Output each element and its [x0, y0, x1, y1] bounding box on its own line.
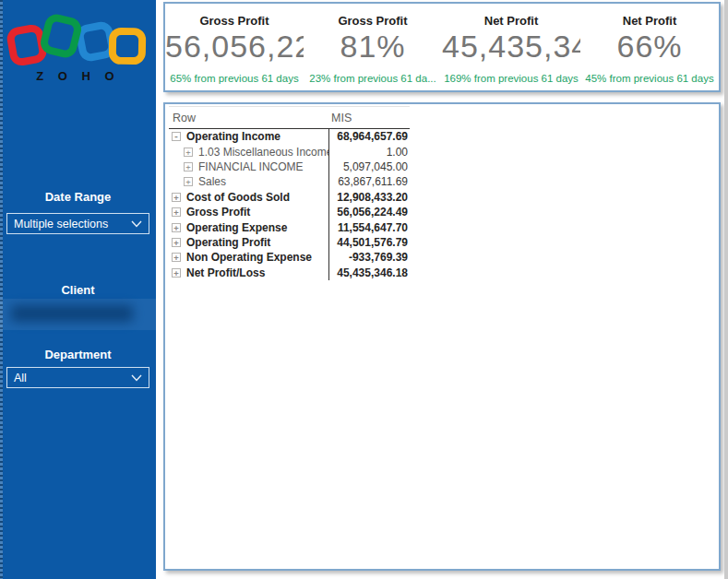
expand-collapse-icon[interactable]: -: [172, 132, 181, 141]
kpi-card: Net Profit 66% 45% from previous 61 days: [580, 4, 719, 90]
matrix-panel: Row MIS - Operating Income 68,964,657.69…: [163, 102, 721, 571]
row-label: Operating Expense: [186, 221, 287, 234]
matrix-body: - Operating Income 68,964,657.69 + 1.03 …: [169, 129, 410, 280]
matrix: Row MIS - Operating Income 68,964,657.69…: [169, 106, 410, 280]
kpi-card: Gross Profit 81% 23% from previous 61 da…: [304, 4, 442, 90]
kpi-title: Net Profit: [442, 14, 580, 28]
row-label: FINANCIAL INCOME: [198, 160, 304, 173]
kpi-card: Gross Profit 56,056,224 65% from previou…: [165, 4, 304, 90]
row-value: 63,867,611.69: [329, 175, 410, 188]
row-label-cell: + FINANCIAL INCOME: [169, 160, 329, 174]
expand-collapse-icon[interactable]: +: [172, 268, 181, 278]
client-dropdown-blurred[interactable]: [0, 299, 156, 330]
table-row: + Operating Expense 11,554,647.70: [169, 219, 410, 234]
row-label: Operating Income: [186, 130, 280, 143]
kpi-panel: Gross Profit 56,056,224 65% from previou…: [163, 2, 721, 92]
kpi-value: 81%: [304, 29, 442, 65]
row-label: Cost of Goods Sold: [186, 191, 290, 204]
expand-collapse-icon[interactable]: +: [172, 223, 181, 232]
kpi-delta: 23% from previous 61 da...: [304, 73, 442, 84]
zoho-logo: Z O H O: [0, 4, 156, 89]
row-label-cell: + Operating Expense: [169, 219, 329, 234]
table-row: + 1.03 Miscellaneous Income 1.00: [169, 144, 410, 159]
department-dropdown[interactable]: All: [6, 367, 149, 388]
matrix-header: Row MIS: [169, 106, 410, 129]
chevron-down-icon: [131, 220, 142, 228]
table-row: + Operating Profit 44,501,576.79: [169, 235, 410, 250]
table-row: + Gross Profit 56,056,224.49: [169, 205, 410, 219]
window-edge-strip: [724, 0, 728, 579]
expand-collapse-icon[interactable]: +: [184, 162, 193, 171]
table-row: + Net Profit/Loss 45,435,346.18: [169, 266, 410, 280]
expand-collapse-icon[interactable]: +: [172, 253, 181, 262]
expand-collapse-icon[interactable]: +: [184, 148, 193, 157]
chevron-down-icon: [131, 374, 142, 382]
row-label-cell: + Cost of Goods Sold: [169, 190, 329, 205]
row-label-cell: + Non Operating Expense: [169, 250, 329, 265]
expand-collapse-icon[interactable]: +: [172, 238, 181, 247]
logo-wordmark: Z O H O: [0, 69, 156, 83]
row-label: Sales: [198, 175, 226, 188]
date-range-dropdown[interactable]: Multiple selections: [6, 213, 149, 234]
logo-yellow-square-icon: [109, 28, 147, 65]
kpi-value: 45,435,346: [442, 29, 580, 65]
department-label: Department: [0, 348, 156, 361]
blurred-client-value: [11, 305, 133, 322]
row-label-cell: + Sales: [169, 174, 329, 189]
column-header-mis: MIS: [329, 112, 410, 124]
table-row: + Cost of Goods Sold 12,908,433.20: [169, 190, 410, 205]
kpi-card: Net Profit 45,435,346 169% from previous…: [442, 4, 580, 90]
kpi-title: Net Profit: [580, 14, 719, 28]
row-label-cell: + Net Profit/Loss: [169, 266, 329, 280]
row-label-cell: + Gross Profit: [169, 205, 329, 219]
kpi-title: Gross Profit: [165, 14, 304, 28]
expand-collapse-icon[interactable]: +: [172, 207, 181, 217]
kpi-value: 66%: [580, 29, 719, 65]
table-row: + FINANCIAL INCOME 5,097,045.00: [169, 160, 410, 174]
row-label: Gross Profit: [186, 206, 250, 219]
row-value: 56,056,224.49: [329, 206, 410, 219]
kpi-title: Gross Profit: [304, 14, 442, 28]
row-label-cell: - Operating Income: [169, 129, 329, 144]
date-range-value: Multiple selections: [14, 218, 108, 230]
kpi-delta: 65% from previous 61 days: [165, 73, 304, 84]
sidebar: Z O H O Date Range Multiple selections C…: [0, 0, 156, 579]
row-label: Operating Profit: [186, 236, 270, 249]
column-header-row: Row: [169, 112, 329, 124]
row-value: 1.00: [329, 146, 410, 159]
department-value: All: [14, 372, 27, 384]
row-value: 11,554,647.70: [329, 221, 410, 234]
kpi-delta: 169% from previous 61 days: [442, 73, 580, 84]
date-range-label: Date Range: [0, 190, 156, 204]
table-row: - Operating Income 68,964,657.69: [169, 129, 410, 144]
row-value: 68,964,657.69: [329, 130, 410, 143]
row-value: -933,769.39: [329, 251, 410, 264]
row-label-cell: + 1.03 Miscellaneous Income: [169, 144, 329, 159]
client-label: Client: [0, 283, 156, 297]
expand-collapse-icon[interactable]: +: [172, 193, 181, 202]
row-label: Net Profit/Loss: [186, 266, 265, 279]
row-value: 44,501,576.79: [329, 236, 410, 249]
row-value: 5,097,045.00: [329, 160, 410, 173]
kpi-value: 56,056,224: [165, 29, 304, 65]
row-label: Non Operating Expense: [186, 251, 312, 264]
row-value: 12,908,433.20: [329, 191, 410, 204]
row-label: 1.03 Miscellaneous Income: [198, 146, 329, 159]
table-row: + Non Operating Expense -933,769.39: [169, 250, 410, 265]
kpi-delta: 45% from previous 61 days: [580, 73, 719, 84]
row-label-cell: + Operating Profit: [169, 235, 329, 250]
row-value: 45,435,346.18: [329, 266, 410, 279]
table-row: + Sales 63,867,611.69: [169, 174, 410, 189]
expand-collapse-icon[interactable]: +: [184, 177, 193, 186]
